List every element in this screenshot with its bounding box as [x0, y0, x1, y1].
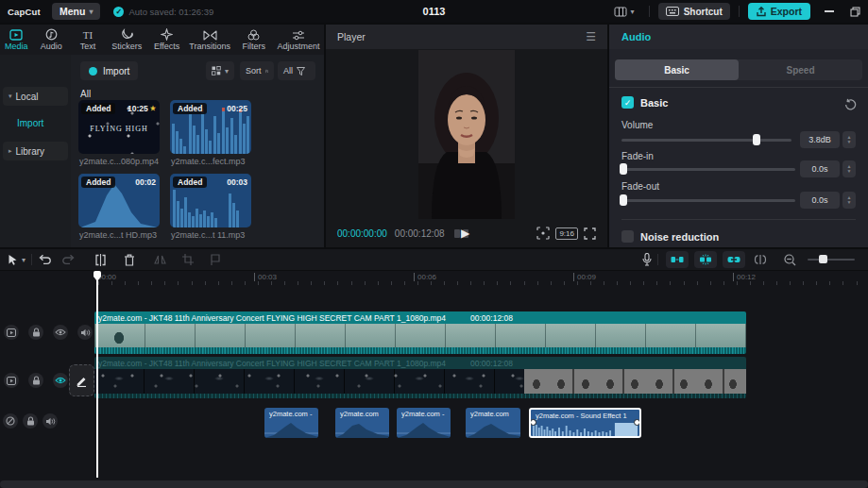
timeline-zoom-handle[interactable]	[819, 255, 827, 263]
clip-trim-handle-left[interactable]	[530, 419, 536, 426]
tab-effects[interactable]: Effects	[148, 25, 185, 55]
fade-out-slider-handle[interactable]	[620, 194, 627, 206]
tab-media[interactable]: Media	[0, 25, 32, 55]
video-preview[interactable]	[418, 50, 515, 219]
select-tool-button[interactable]: ▾	[0, 250, 31, 269]
track2-lock-button[interactable]	[28, 373, 43, 388]
tab-speed[interactable]: Speed	[739, 59, 862, 80]
step-down-icon[interactable]: ▼	[847, 169, 852, 174]
volume-slider[interactable]	[621, 139, 791, 142]
timeline-audio-clip[interactable]: y2mate.com	[466, 408, 520, 438]
cursor-icon	[8, 254, 18, 265]
chevron-down-icon: ▾	[225, 67, 229, 76]
playhead-line[interactable]	[96, 272, 98, 478]
track1-visibility-button[interactable]	[53, 325, 68, 340]
track2-visibility-button[interactable]	[53, 373, 68, 388]
preview-focus-button[interactable]	[531, 224, 555, 243]
zoom-out-button[interactable]	[778, 250, 802, 269]
redo-button[interactable]	[57, 250, 81, 269]
frame-back-icon[interactable]	[454, 229, 460, 238]
record-voiceover-button[interactable]	[637, 250, 657, 269]
timeline-section: ▾	[0, 249, 868, 488]
player-menu-icon[interactable]: ☰	[586, 30, 596, 43]
checkbox-checked-icon[interactable]: ✓	[621, 96, 634, 109]
undo-button[interactable]	[32, 250, 57, 269]
freeze-button[interactable]	[204, 250, 227, 269]
tab-audio[interactable]: Audio	[32, 25, 70, 55]
track1-mute-button[interactable]	[77, 325, 93, 340]
volume-stepper[interactable]: ▲▼	[842, 131, 856, 148]
crop-button[interactable]	[177, 250, 199, 269]
fade-out-stepper[interactable]: ▲▼	[842, 192, 856, 209]
linking-toggle[interactable]	[723, 251, 745, 268]
track1-lock-button[interactable]	[28, 325, 43, 340]
checkbox-unchecked-icon[interactable]	[621, 230, 634, 243]
tab-filters[interactable]: Filters	[234, 25, 273, 55]
volume-slider-handle[interactable]	[753, 134, 760, 145]
timeline-audio-clip[interactable]: y2mate.com	[335, 408, 389, 438]
divider	[657, 254, 658, 265]
track3-lock-button[interactable]	[23, 413, 38, 429]
export-button[interactable]: Export	[748, 3, 810, 20]
freeze-icon	[210, 254, 221, 265]
aspect-ratio-button[interactable]: 9:16	[555, 227, 578, 240]
fade-in-slider-handle[interactable]	[620, 163, 627, 175]
fade-in-value[interactable]: 0.0s	[800, 160, 840, 177]
fade-out-value[interactable]: 0.0s	[800, 192, 840, 209]
timeline-audio-clip[interactable]: y2mate.com -	[264, 408, 318, 438]
sidebar-item-local[interactable]: ▾ Local	[3, 87, 68, 106]
edit-cover-button[interactable]	[69, 364, 94, 396]
clip-trim-handle-right[interactable]	[634, 419, 640, 426]
reset-button[interactable]	[839, 94, 862, 113]
preview-axis-button[interactable]	[748, 250, 773, 269]
minimize-button[interactable]	[819, 2, 840, 21]
media-sidebar: ▾ Local Import ▸ Library	[0, 55, 71, 247]
volume-value[interactable]: 3.8dB	[800, 131, 840, 148]
fade-in-slider[interactable]	[621, 168, 795, 171]
keyboard-icon	[666, 7, 679, 16]
noise-reduction-toggle[interactable]: Noise reduction	[621, 230, 719, 243]
tab-transitions[interactable]: Transitions	[185, 25, 234, 55]
fullscreen-button[interactable]	[578, 224, 596, 243]
timeline-audio-clip-selected[interactable]: y2mate.com - Sound Effect 1	[529, 408, 641, 438]
sort-button[interactable]: Sort	[240, 61, 274, 80]
fade-out-slider[interactable]	[621, 199, 795, 202]
tab-stickers[interactable]: Stickers	[106, 25, 149, 55]
basic-section-toggle[interactable]: ✓ Basic	[621, 96, 668, 109]
step-down-icon[interactable]: ▼	[847, 200, 852, 205]
mirror-button[interactable]	[148, 250, 172, 269]
ripple-edit-toggle[interactable]	[666, 251, 689, 268]
restore-window-button[interactable]	[848, 2, 862, 21]
tab-text[interactable]: TI Text	[70, 25, 105, 55]
timeline-zoom-slider[interactable]	[808, 259, 855, 261]
play-button[interactable]: ▶	[461, 227, 469, 240]
mirror-icon	[154, 254, 166, 265]
media-item-audio[interactable]: Added 00:03	[170, 174, 251, 227]
auto-snap-toggle[interactable]	[694, 251, 717, 268]
import-button[interactable]: Import	[80, 61, 138, 80]
timeline-audio-clip[interactable]: y2mate.com -	[397, 408, 451, 438]
track3-mute-button[interactable]	[43, 413, 58, 429]
split-button[interactable]	[89, 250, 112, 269]
sidebar-item-import[interactable]: Import	[17, 118, 43, 128]
timeline-ruler[interactable]: 00:00 00:03 00:06 00:09 00:12	[94, 272, 868, 285]
timeline-horizontal-scrollbar[interactable]	[0, 480, 868, 488]
fade-in-stepper[interactable]: ▲▼	[842, 160, 856, 177]
view-mode-button[interactable]: ▾	[206, 61, 234, 80]
eye-icon	[55, 377, 66, 384]
timeline-video-clip[interactable]: y2mate.com - JKT48 11th Anniversary Conc…	[94, 311, 746, 354]
step-down-icon[interactable]: ▼	[847, 140, 852, 144]
workspace-layout-button[interactable]: ▾	[608, 2, 640, 21]
shortcut-button[interactable]: Shortcut	[658, 3, 730, 20]
timeline-overlay-clip[interactable]: y2mate.com - JKT48 11th Anniversary Conc…	[94, 357, 746, 398]
filter-button[interactable]: All	[278, 61, 315, 80]
delete-button[interactable]	[118, 250, 141, 269]
media-item-audio[interactable]: Added 00:25	[170, 100, 251, 154]
media-item-audio[interactable]: Added 00:02	[78, 174, 160, 227]
sidebar-item-library[interactable]: ▸ Library	[3, 142, 68, 160]
media-item-video[interactable]: FLYING HIGH Added 10:25★	[78, 100, 160, 154]
filters-icon	[247, 28, 260, 41]
tab-basic[interactable]: Basic	[615, 59, 739, 80]
tab-adjustment[interactable]: Adjustment	[273, 25, 324, 55]
speaker-icon	[80, 328, 91, 337]
